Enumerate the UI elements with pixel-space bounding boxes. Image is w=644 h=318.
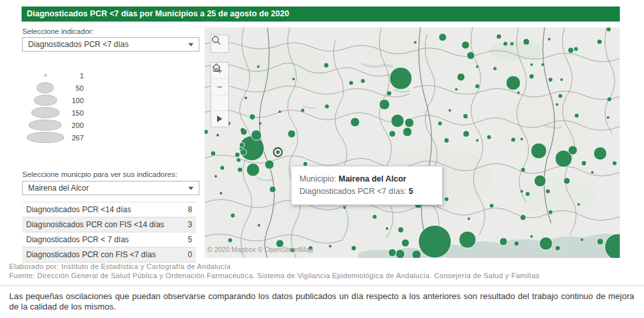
- municipality-bubble[interactable]: [523, 39, 530, 45]
- municipality-bubble[interactable]: [412, 250, 421, 258]
- municipality-bubble[interactable]: [325, 104, 329, 108]
- municipality-bubble[interactable]: [467, 217, 470, 220]
- municipality-bubble[interactable]: [439, 33, 447, 41]
- zoom-out-button[interactable]: −: [211, 78, 228, 95]
- map-area[interactable]: + − Municipio: Mairena del Alcor Diagnos…: [205, 27, 620, 258]
- selected-municipality-bubble[interactable]: [276, 150, 280, 155]
- municipality-bubble[interactable]: [361, 79, 365, 83]
- municipality-bubble[interactable]: [351, 246, 356, 251]
- table-row[interactable]: Diagnosticados PCR con FIS <7 días0: [22, 247, 196, 262]
- municipality-bubble[interactable]: [541, 63, 544, 66]
- municipality-bubble[interactable]: [457, 73, 465, 81]
- municipality-bubble[interactable]: [379, 99, 390, 110]
- municipality-bubble[interactable]: [418, 225, 451, 258]
- municipality-bubble[interactable]: [520, 138, 523, 140]
- municipality-bubble[interactable]: [462, 41, 469, 49]
- municipality-bubble[interactable]: [560, 78, 563, 81]
- municipality-bubble[interactable]: [506, 76, 520, 90]
- municipality-bubble[interactable]: [574, 47, 579, 52]
- municipality-bubble[interactable]: [463, 131, 469, 137]
- municipality-bubble[interactable]: [568, 146, 577, 155]
- pan-tools-button[interactable]: [211, 110, 228, 127]
- municipality-bubble[interactable]: [403, 127, 412, 136]
- municipality-bubble[interactable]: [487, 135, 492, 140]
- municipality-bubble[interactable]: [475, 84, 479, 88]
- municipality-bubble[interactable]: [391, 114, 404, 127]
- municipality-bubble[interactable]: [607, 116, 609, 119]
- municipality-bubble[interactable]: [531, 143, 547, 159]
- municipality-bubble[interactable]: [445, 197, 449, 202]
- map-attribution[interactable]: © 2020 Mapbox © OpenStreetMap: [207, 246, 313, 253]
- municipality-bubble[interactable]: [597, 39, 602, 44]
- municipality-bubble[interactable]: [329, 245, 331, 247]
- municipality-bubble[interactable]: [235, 152, 240, 157]
- municipality-bubble[interactable]: [529, 74, 534, 79]
- municipality-bubble[interactable]: [546, 189, 550, 193]
- municipality-bubble[interactable]: [500, 238, 507, 246]
- municipality-bubble[interactable]: [396, 249, 405, 258]
- map-search-button[interactable]: [211, 35, 229, 53]
- municipality-bubble[interactable]: [577, 203, 580, 206]
- municipality-bubble[interactable]: [386, 227, 388, 230]
- municipality-bubble[interactable]: [343, 206, 346, 209]
- municipality-bubble[interactable]: [444, 138, 449, 143]
- table-row[interactable]: Diagnosticados PCR <14 días8: [22, 202, 196, 217]
- municipality-bubble[interactable]: [607, 27, 611, 31]
- municipality-bubble[interactable]: [269, 186, 276, 193]
- municipality-bubble[interactable]: [490, 204, 494, 208]
- municipality-bubble[interactable]: [530, 235, 533, 238]
- municipality-bubble[interactable]: [237, 158, 241, 163]
- municipality-bubble[interactable]: [388, 249, 396, 257]
- municipality-bubble[interactable]: [349, 81, 353, 85]
- municipality-bubble[interactable]: [216, 134, 219, 136]
- municipality-bubble[interactable]: [258, 224, 260, 227]
- municipality-bubble[interactable]: [467, 52, 475, 59]
- municipality-bubble[interactable]: [521, 168, 525, 172]
- municipality-bubble[interactable]: [390, 67, 412, 89]
- municipality-bubble[interactable]: [240, 149, 246, 155]
- municipality-bubble[interactable]: [257, 65, 260, 68]
- municipality-bubble[interactable]: [350, 118, 360, 127]
- municipality-bubble[interactable]: [414, 41, 416, 44]
- municipality-bubble[interactable]: [279, 110, 281, 113]
- municipality-bubble[interactable]: [564, 178, 570, 184]
- municipality-bubble[interactable]: [220, 192, 222, 195]
- municipality-bubble[interactable]: [476, 65, 479, 68]
- municipality-bubble[interactable]: [250, 114, 256, 120]
- municipality-bubble[interactable]: [288, 130, 296, 138]
- municipality-bubble[interactable]: [549, 210, 553, 215]
- municipality-bubble[interactable]: [476, 139, 479, 142]
- municipality-bubble[interactable]: [556, 103, 558, 106]
- municipality-bubble[interactable]: [581, 238, 583, 241]
- municipality-bubble[interactable]: [591, 171, 594, 174]
- municipality-bubble[interactable]: [594, 147, 607, 160]
- municipality-bubble[interactable]: [301, 109, 305, 112]
- table-row[interactable]: Diagsnosticados PCR con FIS <14 días3: [22, 217, 196, 232]
- municipality-bubble[interactable]: [373, 215, 377, 219]
- municipality-bubble[interactable]: [246, 163, 260, 176]
- municipality-bubble[interactable]: [549, 78, 553, 82]
- municipality-bubble[interactable]: [534, 175, 546, 187]
- municipality-bubble[interactable]: [520, 215, 526, 221]
- municipality-bubble[interactable]: [245, 97, 247, 99]
- municipality-bubble[interactable]: [438, 121, 443, 126]
- municipality-bubble[interactable]: [405, 118, 414, 127]
- municipality-bubble[interactable]: [239, 142, 245, 148]
- municipality-bubble[interactable]: [292, 78, 295, 80]
- municipality-bubble[interactable]: [265, 160, 274, 169]
- municipality-bubble[interactable]: [568, 48, 574, 54]
- municipality-bubble[interactable]: [239, 136, 264, 161]
- municipality-bubble[interactable]: [259, 122, 262, 125]
- municipality-bubble[interactable]: [581, 161, 586, 166]
- municipality-bubble[interactable]: [401, 239, 409, 247]
- municipality-bubble[interactable]: [511, 138, 515, 142]
- municipality-bubble[interactable]: [237, 167, 243, 172]
- municipality-bubble[interactable]: [607, 97, 611, 101]
- municipality-bubble[interactable]: [228, 238, 232, 242]
- municipality-bubble[interactable]: [517, 91, 520, 94]
- municipality-bubble[interactable]: [613, 161, 617, 165]
- municipality-bubble[interactable]: [449, 109, 451, 112]
- municipality-bubble[interactable]: [526, 192, 530, 196]
- indicator-select[interactable]: Diagnosticados PCR <7 días: [22, 37, 199, 52]
- municipality-bubble[interactable]: [251, 130, 262, 140]
